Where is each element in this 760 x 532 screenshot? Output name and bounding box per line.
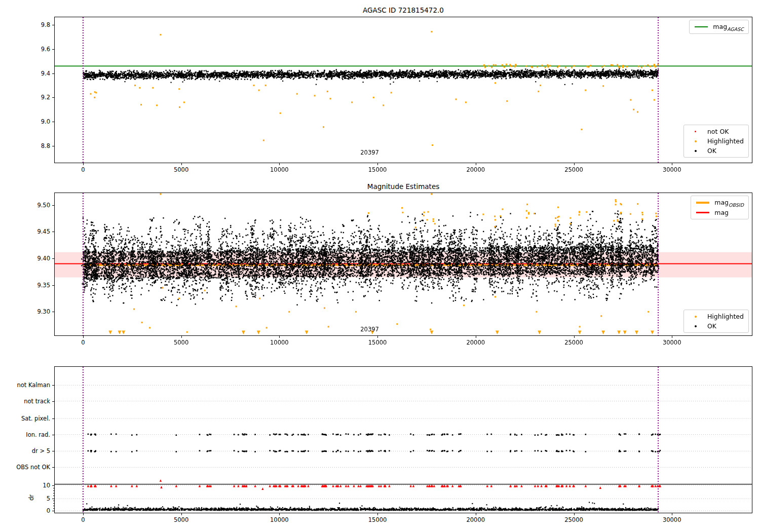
x-tick-label: 20000	[466, 516, 485, 523]
dr-tick-label: 10	[43, 482, 50, 489]
tick-mark	[574, 163, 575, 165]
panel-3-scatter-canvas	[55, 367, 752, 513]
legend-label: mag	[714, 209, 729, 216]
tick-mark	[377, 163, 378, 165]
legend-item: OK	[688, 147, 744, 155]
tick-mark	[52, 49, 54, 50]
panel-2-obsid-annotation: 20397	[360, 326, 379, 333]
tick-mark	[672, 163, 672, 165]
y-tick-label: 9.35	[37, 282, 50, 289]
legend-marker-swatch	[695, 150, 697, 152]
x-tick-label: 25000	[564, 516, 583, 523]
legend-item: Highlighted	[688, 137, 744, 145]
legend-label: OK	[707, 147, 716, 155]
tick-mark	[52, 258, 54, 259]
dr-axis-label: dr	[28, 495, 35, 501]
y-tick-label: 9.45	[37, 228, 50, 235]
legend-line-marker	[695, 212, 711, 213]
tick-mark	[52, 122, 54, 122]
tick-mark	[52, 435, 54, 435]
legend-dot-marker	[688, 316, 704, 318]
panel-1-scatter-canvas	[55, 17, 752, 163]
legend-label: OK	[707, 322, 716, 330]
panel-1-title: AGASC ID 721815472.0	[363, 6, 444, 14]
tick-mark	[52, 419, 54, 419]
dr-tick-label: 0	[47, 507, 50, 514]
legend-item: magOBSID	[695, 199, 744, 207]
x-tick-label: 10000	[270, 339, 289, 346]
legend-marker-swatch	[696, 212, 709, 213]
y-tick-label: 9.40	[37, 255, 50, 262]
x-tick-label: 20000	[466, 166, 485, 173]
legend-marker-swatch	[695, 140, 697, 142]
tick-mark	[52, 146, 54, 146]
flag-row-label: not Kalman	[17, 382, 50, 389]
y-tick-label: 9.0	[41, 118, 50, 125]
legend-label: magAGASC	[713, 23, 744, 31]
x-tick-label: 25000	[564, 339, 583, 346]
legend-item: mag	[695, 209, 744, 216]
x-tick-label: 0	[81, 339, 85, 346]
tick-mark	[574, 513, 575, 515]
legend-line-marker	[693, 26, 709, 27]
y-tick-label: 9.8	[41, 21, 50, 28]
tick-mark	[279, 336, 280, 338]
tick-mark	[53, 508, 55, 509]
tick-mark	[53, 503, 55, 504]
legend-line-marker	[695, 202, 711, 204]
x-tick-label: 30000	[663, 516, 681, 523]
panel-1-obsid-annotation: 20397	[360, 149, 379, 156]
legend-dot-marker	[688, 140, 704, 142]
tick-mark	[574, 336, 575, 338]
tick-mark	[52, 205, 54, 206]
tick-mark	[83, 163, 84, 165]
legend-dot-marker	[688, 325, 704, 327]
y-tick-label: 9.2	[41, 94, 50, 101]
legend-label-subscript: AGASC	[727, 26, 744, 32]
flag-row-label: Ion. rad.	[26, 431, 50, 438]
legend-marker-swatch	[695, 131, 696, 132]
x-tick-label: 0	[81, 516, 85, 523]
tick-mark	[52, 511, 54, 511]
tick-mark	[52, 499, 54, 499]
x-tick-label: 10000	[270, 166, 289, 173]
tick-mark	[476, 513, 476, 515]
x-tick-label: 30000	[663, 166, 681, 173]
legend-label: not OK	[707, 128, 729, 135]
tick-mark	[52, 485, 54, 486]
tick-mark	[83, 513, 84, 515]
y-tick-label: 9.4	[41, 70, 50, 77]
legend-dot-marker	[688, 150, 704, 152]
x-tick-label: 5000	[174, 516, 188, 523]
x-tick-label: 15000	[368, 516, 387, 523]
tick-mark	[52, 385, 54, 386]
x-tick-label: 15000	[368, 339, 387, 346]
legend-label: Highlighted	[707, 313, 744, 320]
legend-marker-swatch	[695, 26, 708, 27]
panel-1-point-legend: not OKHighlightedOK	[683, 125, 749, 158]
tick-mark	[52, 25, 54, 25]
tick-mark	[377, 513, 378, 515]
x-tick-label: 5000	[174, 339, 188, 346]
tick-mark	[377, 336, 378, 338]
legend-marker-swatch	[696, 202, 709, 204]
tick-mark	[476, 336, 476, 338]
x-tick-label: 30000	[663, 339, 681, 346]
tick-mark	[279, 513, 280, 515]
legend-label: Highlighted	[707, 137, 744, 145]
panel-3-axes	[54, 366, 752, 513]
legend-dot-marker	[688, 131, 704, 132]
panel-2-scatter-canvas	[55, 193, 752, 335]
figure: AGASC ID 721815472.0 Magnitude Estimates…	[0, 0, 760, 532]
legend-item: OK	[688, 322, 744, 330]
tick-mark	[53, 506, 55, 506]
tick-mark	[52, 401, 54, 402]
panel-1-line-legend: magAGASC	[689, 20, 749, 34]
tick-mark	[672, 336, 672, 338]
tick-mark	[53, 490, 55, 491]
tick-mark	[83, 336, 84, 338]
legend-item: not OK	[688, 128, 744, 135]
tick-mark	[476, 163, 476, 165]
x-tick-label: 20000	[466, 339, 485, 346]
legend-marker-swatch	[695, 325, 697, 327]
